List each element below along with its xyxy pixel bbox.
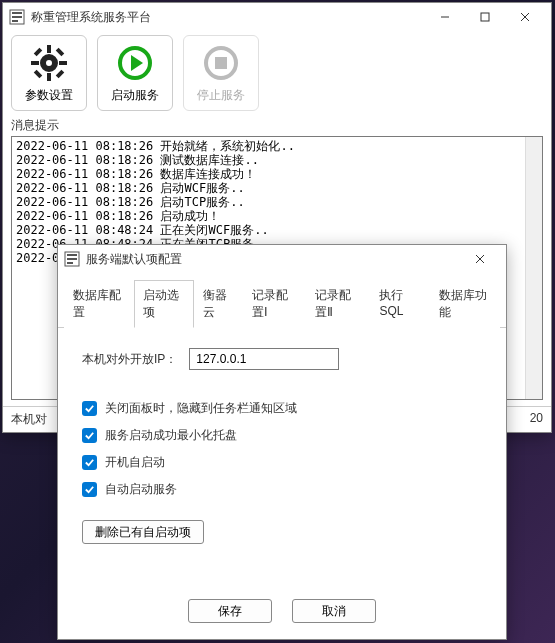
ip-row: 本机对外开放IP： <box>82 348 482 370</box>
svg-rect-5 <box>481 13 489 21</box>
settings-button[interactable]: 参数设置 <box>11 35 87 111</box>
app-icon <box>9 9 25 25</box>
svg-rect-3 <box>12 20 18 22</box>
svg-rect-22 <box>67 254 77 256</box>
save-button[interactable]: 保存 <box>188 599 272 623</box>
play-icon <box>115 43 155 83</box>
svg-marker-18 <box>131 55 143 71</box>
checkbox-row-3: 自动启动服务 <box>82 481 482 498</box>
svg-rect-16 <box>34 69 42 77</box>
svg-point-8 <box>43 57 55 69</box>
status-right: 20 <box>530 411 543 428</box>
checkbox-0[interactable] <box>82 401 97 416</box>
dialog-title: 服务端默认项配置 <box>86 251 182 268</box>
tab-3[interactable]: 记录配置Ⅰ <box>243 280 306 328</box>
stop-icon <box>201 43 241 83</box>
status-left: 本机对 <box>11 411 47 428</box>
checkbox-label-3: 自动启动服务 <box>105 481 177 498</box>
svg-rect-13 <box>34 47 42 55</box>
remove-autostart-button[interactable]: 删除已有自启动项 <box>82 520 204 544</box>
main-title: 称重管理系统服务平台 <box>31 9 151 26</box>
tab-6[interactable]: 数据库功能 <box>430 280 500 328</box>
svg-rect-23 <box>67 258 77 260</box>
checkbox-row-0: 关闭面板时，隐藏到任务栏通知区域 <box>82 400 482 417</box>
dialog-button-row: 保存 取消 <box>58 587 506 639</box>
log-section-label: 消息提示 <box>3 115 551 136</box>
svg-rect-24 <box>67 262 73 264</box>
maximize-button[interactable] <box>465 3 505 31</box>
cancel-button[interactable]: 取消 <box>292 599 376 623</box>
svg-rect-10 <box>47 73 51 81</box>
checkbox-2[interactable] <box>82 455 97 470</box>
stop-service-button: 停止服务 <box>183 35 259 111</box>
svg-rect-20 <box>215 57 227 69</box>
tab-5[interactable]: 执行SQL <box>370 280 430 328</box>
svg-rect-1 <box>12 12 22 14</box>
checkbox-1[interactable] <box>82 428 97 443</box>
svg-rect-15 <box>56 47 64 55</box>
ip-input[interactable] <box>189 348 339 370</box>
svg-rect-14 <box>56 69 64 77</box>
dialog-close-button[interactable] <box>460 245 500 273</box>
dialog-tabs: 数据库配置启动选项衡器云记录配置Ⅰ记录配置Ⅱ执行SQL数据库功能 <box>58 279 506 328</box>
tab-1[interactable]: 启动选项 <box>134 280 194 328</box>
config-dialog: 服务端默认项配置 数据库配置启动选项衡器云记录配置Ⅰ记录配置Ⅱ执行SQL数据库功… <box>57 244 507 640</box>
minimize-button[interactable] <box>425 3 465 31</box>
checkbox-row-1: 服务启动成功最小化托盘 <box>82 427 482 444</box>
checkbox-label-2: 开机自启动 <box>105 454 165 471</box>
main-titlebar[interactable]: 称重管理系统服务平台 <box>3 3 551 31</box>
start-service-button[interactable]: 启动服务 <box>97 35 173 111</box>
svg-rect-9 <box>47 45 51 53</box>
close-button[interactable] <box>505 3 545 31</box>
start-label: 启动服务 <box>111 87 159 104</box>
svg-rect-11 <box>31 61 39 65</box>
startup-options-panel: 本机对外开放IP： 关闭面板时，隐藏到任务栏通知区域服务启动成功最小化托盘开机自… <box>58 328 506 587</box>
settings-label: 参数设置 <box>25 87 73 104</box>
dialog-icon <box>64 251 80 267</box>
checkbox-label-0: 关闭面板时，隐藏到任务栏通知区域 <box>105 400 297 417</box>
gear-icon <box>29 43 69 83</box>
svg-rect-2 <box>12 16 22 18</box>
tab-2[interactable]: 衡器云 <box>194 280 243 328</box>
checkbox-label-1: 服务启动成功最小化托盘 <box>105 427 237 444</box>
ip-label: 本机对外开放IP： <box>82 351 177 368</box>
dialog-titlebar[interactable]: 服务端默认项配置 <box>58 245 506 273</box>
checkbox-row-2: 开机自启动 <box>82 454 482 471</box>
stop-label: 停止服务 <box>197 87 245 104</box>
svg-rect-12 <box>59 61 67 65</box>
tab-0[interactable]: 数据库配置 <box>64 280 134 328</box>
main-toolbar: 参数设置 启动服务 停止服务 <box>3 31 551 115</box>
tab-4[interactable]: 记录配置Ⅱ <box>306 280 371 328</box>
checkbox-3[interactable] <box>82 482 97 497</box>
